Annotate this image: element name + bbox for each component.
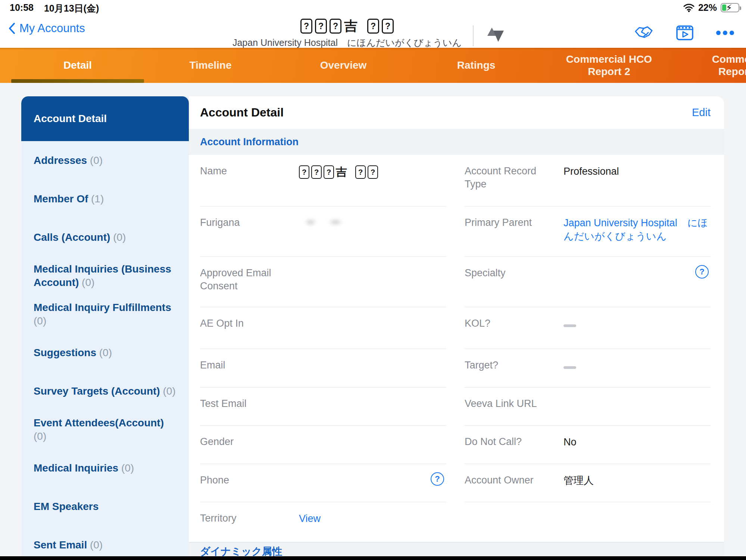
media-player-icon[interactable] <box>676 25 694 41</box>
section-header-account-information: Account Information <box>189 129 724 155</box>
field-target: Target? <box>465 349 711 388</box>
field-value <box>564 397 711 425</box>
field-label: Target? <box>465 359 564 387</box>
field-label: Approved Email Consent <box>200 267 299 307</box>
field-value: No <box>564 435 711 464</box>
account-title: ???吉?? Japan University Hospital にほんだいがく… <box>187 16 508 49</box>
field-specialty: Specialty? <box>465 257 711 307</box>
field-account-record-type: Account Record TypeProfessional <box>465 155 711 206</box>
empty-dash <box>564 366 576 369</box>
kanji-glyph: 吉 <box>344 17 358 35</box>
tab-ratings[interactable]: Ratings <box>410 48 543 83</box>
field-value <box>299 317 446 349</box>
active-tab-underline <box>11 79 144 83</box>
battery-icon: ⚡ <box>721 3 739 12</box>
field-test-email: Test Email <box>200 388 446 426</box>
field-value <box>299 474 446 502</box>
tab-detail[interactable]: Detail <box>11 48 144 83</box>
tab-bar: DetailTimelineOverviewRatingsCommercial … <box>0 48 746 83</box>
field-row: GenderDo Not Call?No <box>200 426 711 464</box>
link-japan-university-hospital[interactable]: Japan University Hospital にほんだいがくびょういん <box>564 216 711 256</box>
missing-glyph-box: ? <box>367 19 379 34</box>
edit-button[interactable]: Edit <box>692 106 711 119</box>
related-lists-sidebar: Account DetailAddresses (0)Member Of (1)… <box>21 96 189 560</box>
field-label: Phone <box>200 474 299 502</box>
missing-glyph-box: ? <box>368 165 378 179</box>
missing-glyph-box: ? <box>355 165 366 179</box>
panel-title: Account Detail <box>200 106 692 119</box>
back-button[interactable]: My Accounts <box>8 22 85 35</box>
sidebar-item-em-speakers[interactable]: EM Speakers <box>21 487 189 526</box>
field-rows: Name???吉??Account Record TypeProfessiona… <box>189 155 724 541</box>
home-indicator-bar <box>0 556 746 560</box>
account-name-tofu: ???吉?? <box>187 16 508 36</box>
sidebar-item-medical-inquiries[interactable]: Medical Inquiries (0) <box>21 449 189 487</box>
tab-timeline[interactable]: Timeline <box>144 48 277 83</box>
battery-percent: 22% <box>698 2 717 13</box>
field-furigana: Furigana <box>200 206 446 257</box>
chevron-left-icon <box>8 22 16 35</box>
link-view[interactable]: View <box>299 512 446 541</box>
sidebar-item-medical-inquiry-fulfillments[interactable]: Medical Inquiry Fulfillments (0) <box>21 295 189 333</box>
field-label: Name <box>200 165 299 206</box>
sidebar-item-medical-inquiries-business-account[interactable]: Medical Inquiries (Business Account) (0) <box>21 256 189 295</box>
sidebar-item-sent-email[interactable]: Sent Email (0) <box>21 526 189 560</box>
field-approved-email-consent: Approved Email Consent <box>200 257 446 307</box>
sidebar-item-survey-targets-account[interactable]: Survey Targets (Account) (0) <box>21 372 189 410</box>
date: 10月13日(金) <box>44 2 99 15</box>
sidebar-item-addresses[interactable]: Addresses (0) <box>21 141 189 180</box>
section-header-dynamic-attributes: ダイナミック属性 <box>189 542 724 556</box>
account-detail-panel: Account Detail Edit Account Information … <box>189 96 724 560</box>
field-value <box>299 359 446 387</box>
field-kol: KOL? <box>465 307 711 349</box>
analytics-triangles-icon[interactable] <box>485 26 507 43</box>
field-value <box>299 267 446 307</box>
sidebar-item-calls-account[interactable]: Calls (Account) (0) <box>21 218 189 256</box>
help-icon[interactable]: ? <box>695 265 709 279</box>
field-account-owner: Account Owner管理人 <box>465 464 711 502</box>
field-label: AE Opt In <box>200 317 299 349</box>
field-name: Name???吉?? <box>200 155 446 206</box>
field-territory: TerritoryView <box>200 502 446 541</box>
more-ellipsis-icon[interactable] <box>715 30 735 35</box>
field-label: Account Record Type <box>465 165 564 206</box>
tab-commercial-hco-report-2[interactable]: Commercial HCO Report 2 <box>543 48 675 83</box>
field-row: TerritoryView <box>200 502 711 541</box>
field-value: ???吉?? <box>299 165 446 206</box>
field-label: Do Not Call? <box>465 435 564 464</box>
field-value <box>299 216 446 256</box>
navigation-bar: My Accounts ???吉?? Japan University Hosp… <box>0 15 746 48</box>
tab-overview[interactable]: Overview <box>277 48 410 83</box>
field-value <box>564 359 711 387</box>
sidebar-item-account-detail[interactable]: Account Detail <box>21 96 189 141</box>
help-icon[interactable]: ? <box>431 472 444 486</box>
field-value: 管理人 <box>564 474 711 502</box>
field-veeva-link-url: Veeva Link URL <box>465 388 711 426</box>
field-label: Territory <box>200 512 299 541</box>
missing-glyph-box: ? <box>330 19 341 34</box>
field-value <box>299 397 446 425</box>
missing-glyph-box: ? <box>311 165 322 179</box>
tab-commercial-report-s[interactable]: Commercial Report (S <box>675 48 746 83</box>
field-value: Professional <box>564 165 711 206</box>
field-value <box>299 435 446 464</box>
field-label: Account Owner <box>465 474 564 502</box>
status-bar: 10:58 10月13日(金) 22% ⚡ <box>0 0 746 15</box>
clock: 10:58 <box>10 2 34 15</box>
field-label: Email <box>200 359 299 387</box>
empty-cell <box>465 502 711 541</box>
back-label: My Accounts <box>19 22 85 35</box>
nav-divider <box>473 25 474 46</box>
field-label: Primary Parent <box>465 216 564 256</box>
sidebar-item-event-attendees-account[interactable]: Event Attendees(Account) (0) <box>21 410 189 449</box>
field-do-not-call: Do Not Call?No <box>465 426 711 464</box>
field-email: Email <box>200 349 446 388</box>
field-value <box>564 317 711 349</box>
missing-glyph-box: ? <box>324 165 334 179</box>
handshake-icon[interactable] <box>633 25 654 41</box>
field-label: Furigana <box>200 216 299 256</box>
sidebar-item-member-of[interactable]: Member Of (1) <box>21 180 189 218</box>
sidebar-item-suggestions[interactable]: Suggestions (0) <box>21 333 189 372</box>
wifi-icon <box>683 3 695 12</box>
missing-glyph-box: ? <box>299 165 309 179</box>
